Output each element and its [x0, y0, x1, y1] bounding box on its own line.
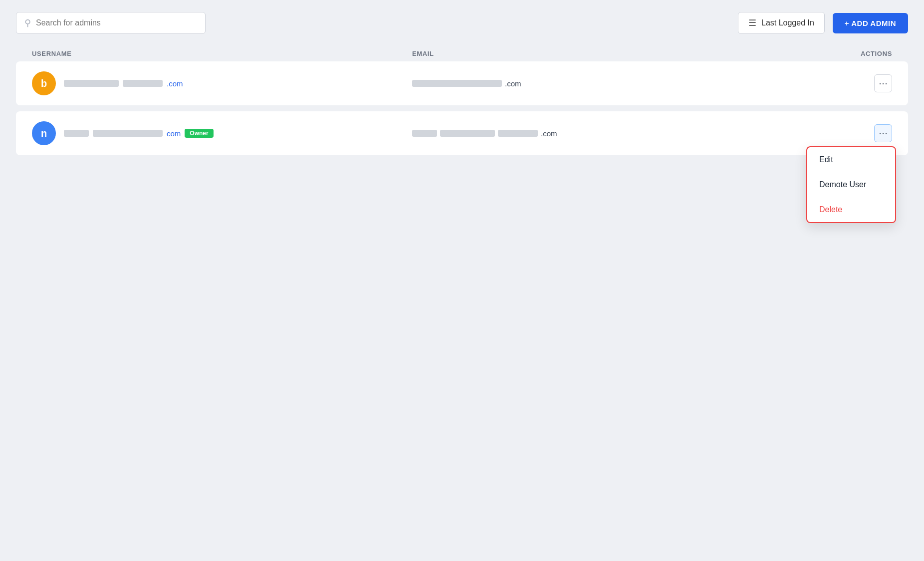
- filter-label: Last Logged In: [761, 18, 814, 27]
- dropdown-edit[interactable]: Edit: [807, 147, 895, 172]
- dropdown-menu: Edit Demote User Delete: [806, 146, 896, 223]
- column-email: EMAIL: [412, 50, 792, 57]
- username-domain-1: .com: [167, 79, 183, 88]
- redacted-email-1: [412, 80, 502, 87]
- redacted-username-2a: [64, 130, 89, 137]
- table-row-2: n com Owner .com ⋯ Edit Demote User Dele…: [16, 111, 908, 155]
- username-domain-2: com: [167, 129, 181, 138]
- search-icon: ⚲: [24, 17, 31, 28]
- column-actions: ACTIONS: [792, 50, 892, 57]
- table-body: b .com .com ⋯ n com Owner: [16, 61, 908, 155]
- dropdown-delete[interactable]: Delete: [807, 197, 895, 222]
- filter-icon: ☰: [748, 17, 756, 28]
- username-text-2: com Owner: [64, 129, 214, 138]
- redacted-email-2b: [440, 130, 495, 137]
- more-button-1[interactable]: ⋯: [874, 74, 892, 92]
- search-input[interactable]: [36, 18, 197, 27]
- user-cell-1: b .com: [32, 71, 412, 95]
- add-admin-label: + ADD ADMIN: [845, 19, 896, 27]
- actions-cell-2: ⋯ Edit Demote User Delete: [792, 124, 892, 142]
- actions-cell-1: ⋯: [792, 74, 892, 92]
- add-admin-button[interactable]: + ADD ADMIN: [833, 13, 908, 33]
- column-username: USERNAME: [32, 50, 412, 57]
- filter-button[interactable]: ☰ Last Logged In: [738, 12, 825, 34]
- username-text-1: .com: [64, 79, 183, 88]
- redacted-email-2a: [412, 130, 437, 137]
- owner-badge: Owner: [185, 129, 213, 138]
- email-domain-1: .com: [505, 79, 521, 88]
- dropdown-demote[interactable]: Demote User: [807, 172, 895, 197]
- toolbar-right: ☰ Last Logged In + ADD ADMIN: [738, 12, 908, 34]
- table-row: b .com .com ⋯: [16, 61, 908, 105]
- avatar-letter-2: n: [41, 128, 47, 139]
- redacted-username-1b: [123, 80, 163, 87]
- search-container: ⚲: [16, 12, 206, 34]
- avatar-letter-1: b: [41, 78, 47, 89]
- redacted-username-2b: [93, 130, 163, 137]
- toolbar: ⚲ ☰ Last Logged In + ADD ADMIN: [16, 12, 908, 34]
- redacted-username-1a: [64, 80, 119, 87]
- table-header: USERNAME EMAIL ACTIONS: [16, 50, 908, 57]
- user-cell-2: n com Owner: [32, 121, 412, 145]
- email-domain-2: .com: [541, 129, 557, 138]
- email-cell-1: .com: [412, 79, 792, 88]
- avatar-1: b: [32, 71, 56, 95]
- redacted-email-2c: [498, 130, 538, 137]
- more-button-2[interactable]: ⋯: [874, 124, 892, 142]
- email-cell-2: .com: [412, 129, 792, 138]
- avatar-2: n: [32, 121, 56, 145]
